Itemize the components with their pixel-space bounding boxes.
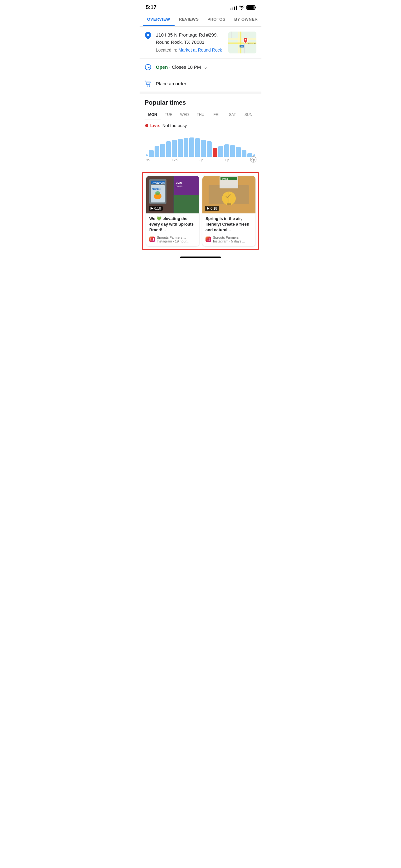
day-tab-sat[interactable]: SAT	[225, 111, 240, 119]
media-source-2: Sprouts Farmers ... Instagram · 5 days .…	[205, 236, 252, 243]
instagram-icon-1	[149, 237, 155, 242]
chart-bar-8	[189, 137, 194, 157]
svg-text:Round Ro: Round Ro	[248, 42, 257, 44]
chart-bar-15	[230, 145, 235, 157]
instagram-icon-2	[205, 237, 211, 242]
chart-bar-5	[172, 140, 177, 157]
tab-by-owner[interactable]: BY OWNER	[230, 13, 261, 26]
svg-text:HYDRATION: HYDRATION	[152, 182, 165, 184]
tab-photos[interactable]: PHOTOS	[203, 13, 230, 26]
live-label: Live:	[150, 123, 161, 128]
chart-bar-17	[242, 150, 247, 157]
svg-point-16	[149, 86, 150, 87]
status-time: 5:17	[146, 4, 157, 11]
time-3p: 3p	[200, 158, 203, 162]
tab-reviews[interactable]: REVIEWS	[175, 13, 203, 26]
order-row[interactable]: Place an order	[140, 75, 261, 94]
media-title-1: We 💚 elevating the every day with Sprout…	[149, 216, 196, 233]
tab-overview[interactable]: OVERVIEW	[143, 13, 175, 26]
play-icon-2	[207, 207, 209, 210]
media-title-2: Spring is in the air, literally! Create …	[205, 216, 252, 233]
chart-bars	[144, 132, 257, 157]
order-label: Place an order	[156, 81, 187, 86]
chart-bar-7	[183, 138, 189, 157]
chart-bar-16	[236, 147, 241, 157]
location-icon	[144, 32, 152, 39]
hours-row[interactable]: Open · Closes 10 PM ⌄	[140, 59, 261, 75]
day-tab-fri[interactable]: FRI	[209, 111, 225, 119]
clock-icon	[144, 64, 152, 71]
status-bar: 5:17	[140, 0, 261, 13]
hours-content: Open · Closes 10 PM ⌄	[156, 64, 208, 70]
chart-bar-4	[166, 141, 171, 157]
cart-icon	[144, 80, 152, 87]
help-icon[interactable]: ?	[250, 156, 257, 162]
media-info-2: Spring is in the air, literally! Create …	[202, 213, 256, 246]
time-9a: 9a	[146, 158, 149, 162]
live-desc: Not too busy	[162, 123, 187, 128]
time-12p: 12p	[172, 158, 177, 162]
chart-bar-2	[155, 146, 160, 157]
open-status: Open	[156, 64, 168, 70]
closes-text: · Closes 10 PM	[169, 64, 201, 70]
media-thumb-1: HYDRATION WELLNESS VIAN CHIPS 0:10	[146, 176, 199, 213]
live-dot	[145, 124, 148, 127]
home-bar	[180, 256, 221, 258]
media-source-1: Sprouts Farmers ... Instagram · 19 hour.…	[149, 236, 196, 243]
svg-rect-4	[240, 32, 241, 54]
media-card-1[interactable]: HYDRATION WELLNESS VIAN CHIPS 0:10 We 💚 …	[146, 176, 199, 246]
day-tab-thu[interactable]: THU	[192, 111, 208, 119]
chart-bar-11	[207, 141, 212, 157]
map-thumbnail[interactable]: Round Ro 35	[228, 32, 257, 54]
chart-bar-9	[195, 138, 200, 157]
popularity-chart: 9a 12p 3p 6p 9p ?	[144, 132, 257, 163]
home-indicator	[140, 253, 261, 260]
time-labels: 9a 12p 3p 6p 9p ?	[144, 157, 257, 162]
svg-text:CHIPS: CHIPS	[176, 185, 183, 187]
media-cards-list: HYDRATION WELLNESS VIAN CHIPS 0:10 We 💚 …	[143, 173, 258, 249]
day-tabs: MON TUE WED THU FRI SAT SUN	[144, 111, 257, 119]
day-tab-wed[interactable]: WED	[176, 111, 192, 119]
svg-text:living: living	[222, 178, 228, 180]
video-duration-2: 0:18	[205, 206, 219, 211]
chart-bar-10	[201, 140, 206, 157]
svg-rect-38	[227, 204, 231, 205]
signal-icon	[230, 6, 237, 10]
svg-rect-5	[231, 32, 232, 38]
address-line1: 110 I 35 N Frontage Rd #299,	[156, 32, 224, 39]
svg-text:WELLNESS: WELLNESS	[152, 188, 161, 190]
svg-rect-29	[174, 195, 199, 213]
chart-bar-14	[224, 144, 229, 157]
located-in-link[interactable]: Market at Round Rock	[178, 48, 222, 53]
play-icon-1	[151, 207, 153, 210]
address-content: 110 I 35 N Frontage Rd #299, Round Rock,…	[156, 32, 224, 53]
svg-rect-6	[244, 41, 245, 54]
media-card-2[interactable]: living 0:18 Spring is in the air, litera…	[202, 176, 256, 246]
video-duration-1: 0:10	[149, 206, 163, 211]
popular-times-section: Popular times MON TUE WED THU FRI SAT SU…	[140, 94, 261, 169]
day-tab-mon[interactable]: MON	[144, 111, 161, 119]
svg-text:VIAN: VIAN	[176, 182, 182, 184]
day-tab-tue[interactable]: TUE	[161, 111, 176, 119]
svg-point-25	[155, 191, 160, 195]
svg-rect-1	[228, 38, 257, 40]
chart-bar-3	[160, 144, 165, 157]
chart-bar-0	[146, 154, 148, 156]
live-indicator: Live: Not too busy	[144, 123, 257, 128]
located-in-text: Located in: Market at Round Rock	[156, 48, 224, 53]
chart-bar-1	[149, 150, 154, 157]
media-info-1: We 💚 elevating the every day with Sprout…	[146, 213, 199, 246]
svg-text:35: 35	[241, 45, 243, 48]
media-section: HYDRATION WELLNESS VIAN CHIPS 0:10 We 💚 …	[142, 172, 259, 250]
nav-tabs: OVERVIEW REVIEWS PHOTOS BY OWNER AB	[140, 13, 261, 27]
chart-bar-13	[218, 146, 223, 157]
media-thumb-2: living 0:18	[202, 176, 256, 213]
day-tab-sun[interactable]: SUN	[240, 111, 257, 119]
media-source-detail-1: Sprouts Farmers ... Instagram · 19 hour.…	[157, 236, 189, 243]
chart-bar-6	[178, 139, 183, 157]
status-icons	[230, 5, 255, 10]
wifi-icon	[239, 6, 244, 10]
media-source-detail-2: Sprouts Farmers ... Instagram · 5 days .…	[213, 236, 245, 243]
chart-bar-12	[213, 148, 218, 157]
address-line2: Round Rock, TX 78681	[156, 39, 224, 46]
